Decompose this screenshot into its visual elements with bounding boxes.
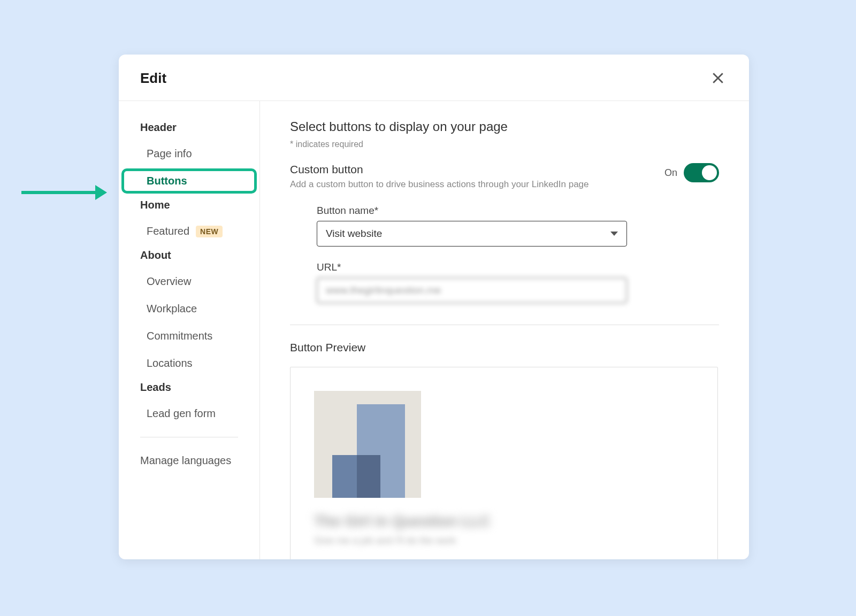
button-name-field: Button name* Visit website: [317, 205, 627, 247]
new-badge: NEW: [196, 226, 223, 237]
section-divider: [290, 325, 719, 325]
sidebar-item-label: Lead gen form: [147, 407, 216, 420]
custom-button-toggle[interactable]: [684, 163, 719, 182]
main-heading: Select buttons to display on your page: [290, 119, 719, 134]
custom-button-row: Custom button Add a custom button to dri…: [290, 163, 719, 190]
button-name-value: Visit website: [326, 228, 610, 240]
preview-company-name: The Girl in Question LLC: [314, 513, 694, 530]
main-content[interactable]: Select buttons to display on your page *…: [260, 101, 749, 559]
required-note: * indicates required: [290, 140, 719, 149]
sidebar-item-label: Locations: [147, 357, 193, 369]
sidebar-item-page-info[interactable]: Page info: [119, 140, 259, 167]
modal-title: Edit: [140, 70, 166, 87]
sidebar-item-locations[interactable]: Locations: [119, 350, 259, 377]
annotation-arrow: [21, 185, 107, 200]
toggle-knob: [702, 165, 717, 180]
sidebar-item-buttons[interactable]: Buttons: [119, 167, 259, 195]
sidebar[interactable]: Header Page info Buttons Home Featured N…: [119, 101, 260, 559]
nav-section-home: Home: [119, 195, 259, 215]
sidebar-item-label: Overview: [147, 275, 191, 288]
nav-section-header: Header: [119, 117, 259, 138]
sidebar-item-workplace[interactable]: Workplace: [119, 295, 259, 322]
caret-down-icon: [610, 232, 618, 236]
sidebar-item-overview[interactable]: Overview: [119, 268, 259, 295]
sidebar-item-commitments[interactable]: Commitments: [119, 322, 259, 350]
custom-button-title: Custom button: [290, 163, 664, 176]
button-name-label: Button name*: [317, 205, 627, 217]
sidebar-item-label: Page info: [147, 148, 192, 160]
custom-button-toggle-control: On: [664, 163, 719, 182]
url-field: URL*: [317, 261, 627, 303]
button-preview-title: Button Preview: [290, 341, 719, 354]
close-icon: [710, 70, 726, 86]
sidebar-item-label: Buttons: [147, 175, 187, 187]
button-name-select[interactable]: Visit website: [317, 221, 627, 247]
edit-modal: Edit Header Page info Buttons Home Featu…: [119, 55, 749, 559]
modal-body: Header Page info Buttons Home Featured N…: [119, 101, 749, 559]
close-button[interactable]: [708, 68, 728, 88]
sidebar-item-manage-languages[interactable]: Manage languages: [119, 447, 259, 474]
toggle-state-label: On: [664, 167, 677, 179]
custom-button-description: Add a custom button to drive business ac…: [290, 179, 664, 190]
sidebar-item-label: Manage languages: [140, 455, 231, 467]
company-logo-placeholder: [314, 391, 421, 498]
modal-header: Edit: [119, 55, 749, 101]
nav-section-about: About: [119, 245, 259, 266]
sidebar-item-lead-gen-form[interactable]: Lead gen form: [119, 400, 259, 427]
sidebar-item-featured[interactable]: Featured NEW: [119, 218, 259, 245]
sidebar-item-label: Commitments: [147, 330, 212, 342]
button-preview-card: The Girl in Question LLC Give me a job a…: [290, 367, 718, 559]
preview-company-sub: Give me a job and I'll do the work: [314, 535, 694, 546]
nav-section-leads: Leads: [119, 377, 259, 398]
url-label: URL*: [317, 261, 627, 273]
url-input[interactable]: [317, 278, 627, 303]
sidebar-item-label: Featured: [147, 225, 189, 237]
sidebar-item-label: Workplace: [147, 303, 197, 315]
sidebar-divider: [140, 437, 238, 437]
